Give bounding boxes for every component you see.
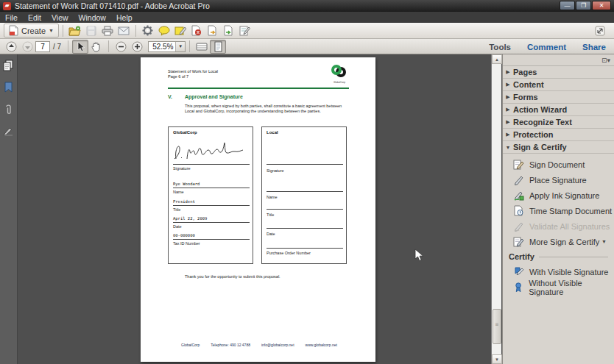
place-signature-icon (513, 174, 524, 185)
apply-ink-signature-item[interactable]: Apply Ink Signature (503, 188, 614, 203)
chevron-right-icon: ▶ (503, 69, 513, 75)
handwritten-signature (172, 140, 245, 163)
maximize-button[interactable]: ❐ (576, 1, 591, 10)
with-visible-signature-item[interactable]: With Visible Signature (503, 264, 614, 279)
field-label: Title (173, 207, 180, 212)
panel-protection[interactable]: ▶ Protection (503, 129, 614, 141)
panel-label: Protection (513, 130, 553, 139)
globalcorp-signature-box: GlobalCorp Signature Rye Woodard Name Pr… (168, 126, 253, 264)
hand-tool-button[interactable] (88, 40, 105, 54)
print-icon[interactable] (99, 24, 116, 38)
select-tool-button[interactable] (72, 40, 88, 54)
time-stamp-icon (513, 205, 524, 216)
menu-view[interactable]: View (46, 13, 74, 22)
field-label: Name (267, 195, 278, 199)
sign-document-item[interactable]: Sign Document (503, 157, 614, 172)
certify-divider (539, 257, 608, 257)
page-number-input[interactable] (35, 41, 50, 52)
panel-sign-certify[interactable]: ▼ Sign & Certify (503, 141, 614, 154)
panel-label: Recognize Text (513, 118, 572, 126)
tab-share[interactable]: Share (574, 43, 614, 51)
panel-pages[interactable]: ▶ Pages (503, 66, 614, 79)
date-line (267, 228, 343, 229)
po-line (267, 248, 343, 249)
section-body: This proposal, when signed by both parti… (185, 104, 350, 114)
name-line (267, 191, 343, 192)
sign-document-icon (513, 159, 524, 170)
validate-all-signatures-item[interactable]: Validate All Signatures (503, 218, 614, 234)
place-signature-item[interactable]: Place Signature (503, 172, 614, 188)
time-stamp-document-item[interactable]: Time Stamp Document (503, 203, 614, 218)
chevron-down-icon: ▼ (503, 145, 513, 150)
page-thumbnails-icon[interactable] (2, 59, 15, 71)
field-label: Title (267, 213, 274, 217)
close-button[interactable]: ✕ (592, 1, 611, 10)
doc-header-line1: Statement of Work for Local (168, 69, 218, 74)
chevron-down-icon: ▼ (49, 28, 54, 33)
save-icon[interactable] (83, 24, 99, 38)
menu-file[interactable]: File (0, 13, 23, 22)
scroll-up-arrow[interactable]: ▲ (492, 54, 502, 64)
attachments-icon[interactable] (2, 103, 15, 115)
expand-toolbar-icon[interactable] (592, 24, 608, 38)
menu-window[interactable]: Window (74, 13, 111, 22)
apply-ink-signature-icon (513, 190, 524, 201)
item-label: Sign Document (529, 160, 585, 169)
minimize-button[interactable]: — (560, 1, 575, 10)
tools-pane: ⊡▾ ▶ Pages ▶ Content ▶ Forms ▶ Action Wi… (502, 54, 614, 364)
menu-edit[interactable]: Edit (23, 13, 46, 22)
document-scrollbar[interactable]: ▲ ▼ (491, 54, 501, 364)
zoom-dropdown-button[interactable]: ▼ (175, 42, 185, 51)
comment-bubble-icon[interactable] (156, 24, 172, 38)
open-file-icon[interactable] (67, 24, 83, 38)
field-label: Name (173, 190, 184, 194)
panel-action-wizard[interactable]: ▶ Action Wizard (503, 104, 614, 116)
without-visible-signature-item[interactable]: Without Visible Signature (503, 279, 614, 295)
field-value: President (173, 199, 195, 204)
panel-content[interactable]: ▶ Content (503, 79, 614, 91)
pdf-remove-icon[interactable] (188, 24, 205, 38)
footer-web: www.globalcorp.net (306, 343, 337, 347)
single-page-mode-button[interactable] (210, 40, 226, 54)
email-icon[interactable] (116, 24, 132, 38)
tab-tools[interactable]: Tools (481, 43, 519, 51)
pane-options-icon[interactable]: ⊡▾ (601, 57, 610, 64)
acrobat-window: ▰ Statement of Work Draft 071410.pdf - A… (0, 0, 614, 364)
create-label: Create (21, 26, 46, 35)
panel-forms[interactable]: ▶ Forms (503, 91, 614, 104)
menu-help[interactable]: Help (111, 13, 138, 22)
zoom-level-value[interactable]: 52.5% (149, 43, 175, 51)
bookmarks-icon[interactable] (2, 81, 15, 93)
globalcorp-logo-icon (330, 65, 349, 78)
scrollbar-thumb[interactable] (493, 309, 501, 344)
previous-page-button[interactable] (3, 40, 19, 54)
zoom-in-button[interactable] (129, 40, 145, 54)
next-page-button[interactable] (19, 40, 35, 54)
sticky-note-icon[interactable] (172, 24, 188, 38)
create-button[interactable]: Create ▼ (4, 24, 59, 38)
pdf-page[interactable]: Statement of Work for Local Page 6 of 7 … (141, 57, 375, 362)
panel-label: Pages (513, 68, 537, 76)
item-label: Validate All Signatures (529, 222, 610, 231)
scroll-down-arrow[interactable]: ▼ (492, 354, 502, 364)
item-label: More Sign & Certify (529, 238, 599, 246)
panel-recognize-text[interactable]: ▶ Recognize Text (503, 116, 614, 129)
doc-header-line2: Page 6 of 7 (168, 74, 188, 79)
field-label: Signature (267, 168, 284, 173)
scrolling-mode-button[interactable] (194, 40, 210, 54)
edit-form-icon[interactable] (237, 24, 253, 38)
more-sign-certify-item[interactable]: More Sign & Certify ▼ (503, 234, 614, 249)
thanks-text: Thank you for the opportunity to submit … (185, 274, 280, 279)
gear-icon[interactable] (140, 24, 156, 38)
pane-options-bar: ⊡▾ (503, 54, 614, 66)
item-label: Place Signature (529, 176, 587, 185)
signatures-icon[interactable] (2, 125, 15, 138)
with-visible-signature-icon (513, 266, 524, 277)
zoom-level-control[interactable]: 52.5% ▼ (148, 41, 186, 52)
local-signature-box: Local Signature Name Title Date Purchase… (261, 126, 347, 264)
zoom-out-button[interactable] (113, 40, 129, 54)
tab-comment[interactable]: Comment (519, 43, 574, 51)
pdf-export-icon[interactable] (205, 24, 221, 38)
more-sign-certify-icon (513, 236, 524, 247)
pdf-attach-icon[interactable] (221, 24, 237, 38)
